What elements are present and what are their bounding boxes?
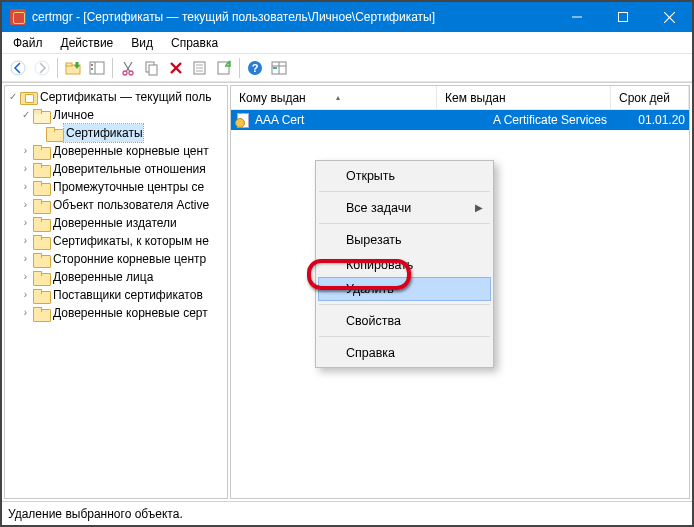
svg-rect-7 — [66, 63, 72, 66]
toolbar: ? — [2, 54, 692, 82]
ctx-all-tasks[interactable]: Все задачи▶ — [318, 195, 491, 220]
tree-item[interactable]: ›Объект пользователя Active — [5, 196, 227, 214]
tree-item[interactable]: ›Промежуточные центры се — [5, 178, 227, 196]
maximize-button[interactable] — [600, 2, 646, 32]
window-title: certmgr - [Сертификаты — текущий пользов… — [32, 10, 554, 24]
menubar: Файл Действие Вид Справка — [2, 32, 692, 54]
views-button[interactable] — [267, 56, 291, 80]
menu-view[interactable]: Вид — [122, 34, 162, 52]
tree-certificates[interactable]: Сертификаты — [5, 124, 227, 142]
tree-root[interactable]: ✓Сертификаты — текущий поль — [5, 88, 227, 106]
ctx-copy[interactable]: Копировать — [318, 252, 491, 277]
svg-rect-1 — [619, 13, 628, 22]
app-icon — [10, 9, 26, 25]
tree-item[interactable]: ›Доверенные лица — [5, 268, 227, 286]
context-menu: Открыть Все задачи▶ Вырезать Копировать … — [315, 160, 494, 368]
help-button[interactable]: ? — [243, 56, 267, 80]
delete-button[interactable] — [164, 56, 188, 80]
ctx-cut[interactable]: Вырезать — [318, 227, 491, 252]
tree-panel[interactable]: ✓Сертификаты — текущий поль ✓Личное Серт… — [4, 85, 228, 499]
status-bar: Удаление выбранного объекта. — [2, 501, 692, 525]
close-button[interactable] — [646, 2, 692, 32]
properties-button[interactable] — [188, 56, 212, 80]
ctx-open[interactable]: Открыть — [318, 163, 491, 188]
col-issued-by[interactable]: Кем выдан — [437, 86, 611, 109]
svg-rect-28 — [273, 67, 277, 69]
sort-asc-icon: ▴ — [336, 93, 340, 102]
svg-text:?: ? — [252, 62, 259, 74]
svg-rect-11 — [91, 68, 93, 70]
menu-file[interactable]: Файл — [4, 34, 52, 52]
list-row[interactable]: AAA Cert A Certificate Services 01.01.20 — [231, 110, 689, 130]
tree-personal[interactable]: ✓Личное — [5, 106, 227, 124]
up-button[interactable] — [61, 56, 85, 80]
svg-point-13 — [129, 71, 133, 75]
tree-item[interactable]: ›Сторонние корневые центр — [5, 250, 227, 268]
tree-item[interactable]: ›Доверенные корневые серт — [5, 304, 227, 322]
ctx-properties[interactable]: Свойства — [318, 308, 491, 333]
tree-item[interactable]: ›Доверенные издатели — [5, 214, 227, 232]
export-button[interactable] — [212, 56, 236, 80]
back-button[interactable] — [6, 56, 30, 80]
certificate-icon — [235, 112, 251, 128]
menu-help[interactable]: Справка — [162, 34, 227, 52]
col-issued-to[interactable]: Кому выдан▴ — [231, 86, 437, 109]
svg-point-12 — [123, 71, 127, 75]
ctx-help[interactable]: Справка — [318, 340, 491, 365]
col-expires[interactable]: Срок дей — [611, 86, 689, 109]
show-tree-button[interactable] — [85, 56, 109, 80]
svg-rect-10 — [91, 64, 93, 66]
copy-button[interactable] — [140, 56, 164, 80]
svg-point-5 — [35, 61, 49, 75]
svg-point-4 — [11, 61, 25, 75]
tree-item[interactable]: ›Поставщики сертификатов — [5, 286, 227, 304]
cut-button[interactable] — [116, 56, 140, 80]
tree-item[interactable]: ›Доверительные отношения — [5, 160, 227, 178]
tree-item[interactable]: ›Доверенные корневые цент — [5, 142, 227, 160]
minimize-button[interactable] — [554, 2, 600, 32]
ctx-delete[interactable]: Удалить — [318, 277, 491, 301]
menu-action[interactable]: Действие — [52, 34, 123, 52]
list-header: Кому выдан▴ Кем выдан Срок дей — [231, 86, 689, 110]
forward-button[interactable] — [30, 56, 54, 80]
submenu-arrow-icon: ▶ — [475, 202, 483, 213]
svg-rect-15 — [149, 65, 157, 75]
tree-item[interactable]: ›Сертификаты, к которым не — [5, 232, 227, 250]
